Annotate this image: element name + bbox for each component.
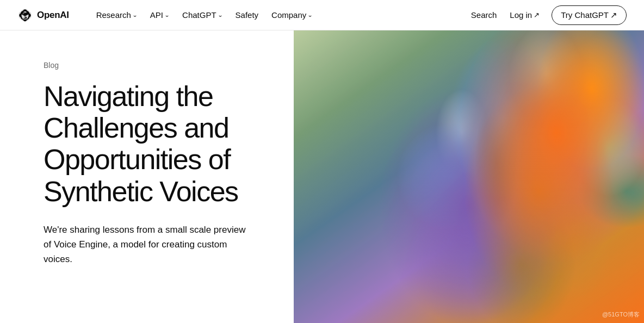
blog-label: Blog [44, 61, 250, 70]
nav-item-api[interactable]: API ⌄ [145, 7, 175, 23]
chevron-down-icon: ⌄ [218, 12, 223, 18]
external-link-icon: ↗ [534, 11, 540, 19]
nav-links: Research ⌄ API ⌄ ChatGPT ⌄ Safety Compan… [91, 7, 466, 23]
nav-item-research[interactable]: Research ⌄ [91, 7, 143, 23]
try-chatgpt-button[interactable]: Try ChatGPT ↗ [552, 5, 627, 25]
main-title: Navigating the Challenges and Opportunit… [44, 80, 250, 207]
search-button[interactable]: Search [466, 7, 503, 23]
content-left: Blog Navigating the Challenges and Oppor… [0, 30, 294, 323]
logo-area[interactable]: OpenAI [17, 8, 69, 23]
content-right: @51GTO博客 [294, 30, 644, 323]
nav-right: Search Log in ↗ Try ChatGPT ↗ [466, 5, 627, 25]
nav-item-chatgpt[interactable]: ChatGPT ⌄ [177, 7, 228, 23]
external-link-icon: ↗ [610, 10, 617, 20]
chevron-down-icon: ⌄ [132, 12, 138, 18]
chevron-down-icon: ⌄ [164, 12, 170, 18]
logo-text: OpenAI [37, 10, 69, 21]
main-content: Blog Navigating the Challenges and Oppor… [0, 30, 644, 323]
chevron-down-icon: ⌄ [308, 12, 313, 18]
nav-item-company[interactable]: Company ⌄ [266, 7, 318, 23]
navbar: OpenAI Research ⌄ API ⌄ ChatGPT ⌄ Safety… [0, 0, 644, 30]
main-description: We're sharing lessons from a small scale… [44, 222, 250, 267]
login-button[interactable]: Log in ↗ [504, 7, 545, 23]
hero-image [294, 30, 644, 323]
nav-item-safety[interactable]: Safety [230, 7, 264, 23]
openai-logo-icon [17, 8, 33, 23]
